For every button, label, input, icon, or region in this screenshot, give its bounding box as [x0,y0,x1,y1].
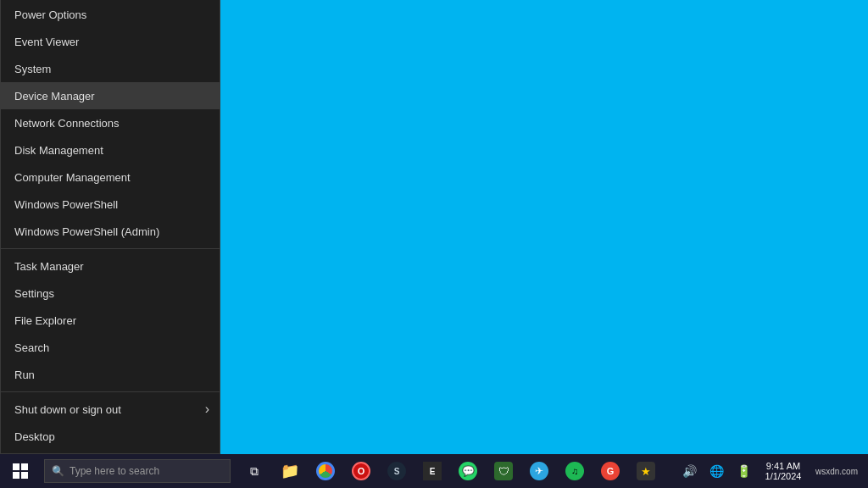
menu-item-event-viewer[interactable]: Event Viewer [1,28,220,55]
taskbar-opera[interactable]: O [344,454,378,488]
menu-item-power-options[interactable]: Power Options [1,1,220,28]
menu-item-windows-powershell-admin[interactable]: Windows PowerShell (Admin) [1,218,220,245]
start-button[interactable] [0,454,41,488]
star-app-icon: ★ [637,462,655,480]
menu-item-computer-management[interactable]: Computer Management [1,164,220,191]
tray-battery[interactable]: 🔋 [731,454,758,488]
menu-item-desktop[interactable]: Desktop [1,423,220,450]
chrome-icon [316,462,335,480]
taskbar-telegram[interactable]: ✈ [522,454,556,488]
menu-item-search[interactable]: Search [1,334,220,361]
steam-icon: S [387,462,406,480]
taskbar-epic[interactable]: E [415,454,449,488]
menu-item-network-connections[interactable]: Network Connections [1,109,220,136]
taskbar-app-icons: ⧉📁OSE💬🛡✈♫G★ [237,454,663,488]
telegram-icon: ✈ [530,462,548,480]
menu-divider [1,248,220,249]
taskbar-steam[interactable]: S [380,454,414,488]
tray-network[interactable]: 🌐 [704,454,731,488]
taskbar-star-app[interactable]: ★ [629,454,663,488]
menu-item-file-explorer[interactable]: File Explorer [1,307,220,334]
taskbar-chrome[interactable] [309,454,342,488]
menu-item-disk-management[interactable]: Disk Management [1,136,220,164]
spotify-icon: ♫ [565,462,584,480]
g-app-icon: G [601,462,620,480]
search-placeholder-text: Type here to search [70,465,159,477]
tray-volume[interactable]: 🔊 [676,454,704,488]
search-bar[interactable]: 🔍 Type here to search [44,459,231,483]
taskbar-tray: 🔊 🌐 🔋 9:41 AM 1/1/2024 wsxdn.com [676,454,868,488]
taskbar-file-explorer[interactable]: 📁 [273,454,307,488]
taskbar: 🔍 Type here to search ⧉📁OSE💬🛡✈♫G★ 🔊 🌐 🔋 … [0,454,868,488]
shield-app-icon: 🛡 [494,462,513,480]
clock[interactable]: 9:41 AM 1/1/2024 [758,454,809,488]
search-icon: 🔍 [52,465,64,477]
windows-logo-icon [13,463,28,479]
file-explorer-icon: 📁 [281,462,299,480]
clock-date: 1/1/2024 [765,471,802,481]
taskbar-whatsapp[interactable]: 💬 [451,454,485,488]
menu-item-system[interactable]: System [1,55,220,82]
epic-icon: E [423,462,442,480]
clock-time: 9:41 AM [766,461,800,471]
taskbar-g-app[interactable]: G [593,454,627,488]
menu-item-device-manager[interactable]: Device Manager [1,82,220,109]
opera-icon: O [352,462,370,480]
taskview-button[interactable]: ⧉ [237,454,271,488]
menu-item-windows-powershell[interactable]: Windows PowerShell [1,191,220,218]
menu-item-run[interactable]: Run [1,361,220,388]
whatsapp-icon: 💬 [459,462,477,480]
menu-item-settings[interactable]: Settings [1,280,220,307]
context-menu: Apps and FeaturesMobility CenterPower Op… [0,0,220,454]
brand-text: wsxdn.com [809,467,865,476]
menu-item-task-manager[interactable]: Task Manager [1,252,220,280]
taskbar-shield-app[interactable]: 🛡 [487,454,520,488]
taskview-icon: ⧉ [250,464,259,479]
desktop: Apps and FeaturesMobility CenterPower Op… [0,0,868,488]
taskbar-spotify[interactable]: ♫ [558,454,592,488]
menu-divider [1,391,220,392]
menu-item-shut-down[interactable]: Shut down or sign out [1,396,220,423]
